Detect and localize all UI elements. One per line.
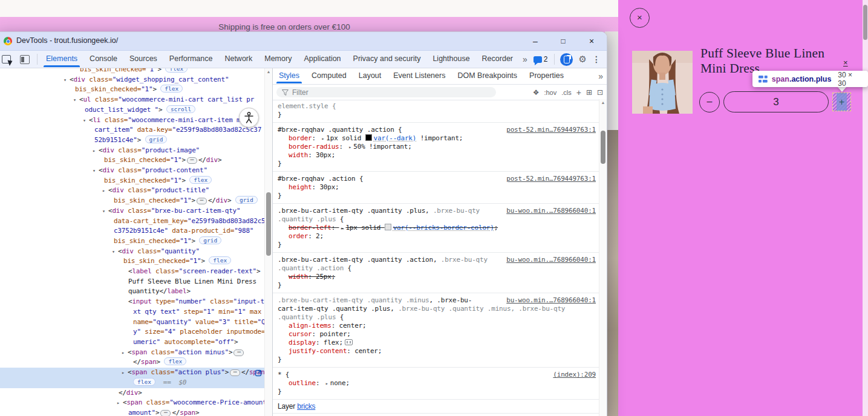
css-rule[interactable]: * {frontend-li…768967626:1 [273, 414, 599, 416]
drawer-close-button[interactable]: × [630, 8, 650, 28]
element-state-layers-icon[interactable]: ❖ [533, 88, 540, 97]
css-property[interactable]: border: ▸1px solid var(--dark) !importan… [278, 134, 597, 143]
elements-scrollbar[interactable]: ▲ [264, 68, 272, 416]
flex-badge[interactable]: flex [209, 256, 231, 264]
elements-tree-row[interactable]: <input type="number" class="input-te [0, 297, 272, 307]
elements-tree-row[interactable]: <label class="screen-reader-text"> [0, 267, 272, 277]
css-property[interactable]: cursor: pointer; [278, 330, 597, 339]
elements-tree-row[interactable]: ▸<div class="product-title" [0, 186, 272, 196]
elements-tree-row[interactable]: ▾<div class="product-content" [0, 166, 272, 176]
elements-tree-row[interactable]: bis_skin_checked="1">⋯</div> [0, 155, 272, 166]
quantity-plus-button-highlighted[interactable]: + [832, 93, 851, 111]
elements-tree-row[interactable]: ▾<div class="brxe-bu-cart-item-qty" [0, 206, 272, 216]
scroll-up-arrow[interactable]: ▲ [265, 70, 272, 74]
expand-value-arrow-icon[interactable]: ▸ [348, 144, 351, 150]
css-property[interactable]: align-items: center; [278, 322, 597, 330]
device-toolbar-icon[interactable] [20, 55, 30, 64]
elements-tree-row[interactable]: bis_skin_checked="1"> flex [0, 85, 272, 95]
sidebar-tab-layout[interactable]: Layout [353, 68, 388, 83]
styles-scrollbar-thumb[interactable] [601, 131, 605, 164]
elements-tree-row[interactable]: flex == $0 [0, 378, 272, 388]
css-rule[interactable]: .brxe-bu-cart-item-qty .quantity .minus,… [273, 293, 599, 368]
expand-arrow-icon[interactable]: ▾ [93, 166, 99, 176]
issues-icon[interactable] [534, 56, 542, 63]
stylesheet-source-link[interactable]: post-52.min…769449763:1 [506, 126, 596, 134]
css-property[interactable]: order: 2; [278, 232, 597, 241]
collapsed-content-icon[interactable]: ⋯ [187, 157, 197, 164]
expand-arrow-icon[interactable]: ▾ [64, 75, 70, 85]
window-close-button[interactable]: × [581, 32, 602, 50]
stylesheet-source-link[interactable]: bu-woo.min.…768966040:1 [506, 296, 596, 304]
elements-scrollbar-thumb[interactable] [266, 192, 271, 256]
sidebar-tab-computed[interactable]: Computed [305, 68, 353, 83]
expand-arrow-icon[interactable]: ▾ [83, 115, 89, 126]
expand-arrow-icon[interactable]: ▸ [117, 398, 123, 408]
expand-arrow-icon[interactable]: ▾ [112, 247, 118, 257]
expand-arrow-icon[interactable]: ▾ [73, 95, 79, 105]
elements-tree-row[interactable]: y" size="4" placeholder inputmode="n [0, 327, 272, 337]
page-scrollbar[interactable] [863, 0, 868, 416]
window-maximize-button[interactable]: □ [553, 32, 573, 50]
devtools-titlebar[interactable]: DevTools - trout.fusiongeek.io/ – □ × [0, 32, 607, 51]
css-rule[interactable]: .brxe-bu-cart-item-qty .quantity .action… [273, 253, 599, 293]
expand-arrow-icon[interactable]: ▾ [102, 206, 108, 216]
quantity-input[interactable]: 3 [723, 91, 829, 112]
devtools-tab-network[interactable]: Network [218, 51, 258, 67]
elements-tree-row[interactable]: quantity</label> [0, 287, 272, 297]
css-property[interactable]: justify-content: center; [278, 347, 597, 356]
css-rule[interactable]: #brxe-rqqhav .quantity .action {post-52.… [273, 123, 599, 172]
color-swatch-dark[interactable] [365, 134, 372, 141]
css-property[interactable]: width: 30px; [278, 151, 597, 160]
elements-tree-row[interactable]: </div> [0, 388, 272, 398]
page-scrollbar-thumb[interactable] [863, 5, 867, 40]
more-sidebar-tabs-icon[interactable]: » [595, 71, 607, 81]
collapsed-content-icon[interactable]: ⋯ [160, 410, 171, 416]
inspect-element-icon[interactable] [2, 55, 11, 63]
elements-tree-row[interactable]: ▾<div class="widget_shopping_cart_conten… [0, 75, 272, 85]
elements-tree-row[interactable]: ▾<li class="woocommerce-mini-cart-item m… [0, 115, 272, 126]
collapsed-content-icon[interactable]: ⋯ [233, 349, 244, 356]
grid-badge[interactable]: grid [235, 196, 258, 204]
css-property[interactable]: height: 30px; [278, 183, 597, 192]
css-property[interactable]: display: flex; [278, 339, 597, 347]
elements-tree-row[interactable]: ▸<div class="product-image" [0, 146, 272, 156]
stylesheet-source-link[interactable]: bu-woo.min.…768966040:1 [506, 207, 596, 215]
elements-tree-row[interactable]: ▸<span class="woocommerce-Price-amount [0, 398, 272, 408]
devtools-tab-sources[interactable]: Sources [123, 51, 163, 67]
elements-tree-row[interactable]: amount">⋯</span> [0, 408, 272, 416]
elements-tree-row[interactable]: bis_skin_checked="1"> grid [0, 236, 272, 247]
devtools-menu-icon[interactable]: ⋮ [590, 54, 605, 64]
expand-arrow-icon[interactable]: ▸ [93, 146, 99, 156]
sidebar-tab-event-listeners[interactable]: Event Listeners [387, 68, 451, 83]
window-minimize-button[interactable]: – [525, 32, 546, 50]
css-property[interactable]: outline: ▸none; [278, 379, 597, 388]
css-property[interactable]: width: 25px; [278, 273, 597, 281]
scroll-badge[interactable]: scroll [166, 105, 195, 113]
flex-badge[interactable]: flex [164, 357, 186, 365]
expand-arrow-icon[interactable]: ▸ [122, 368, 128, 378]
flex-badge[interactable]: flex [189, 176, 212, 184]
sidebar-tab-properties[interactable]: Properties [523, 68, 570, 83]
stylesheet-source-link[interactable]: post-52.min…769449763:1 [506, 175, 596, 183]
devtools-tab-lighthouse[interactable]: Lighthouse [426, 51, 475, 67]
devtools-tab-console[interactable]: Console [83, 51, 123, 67]
elements-tree-row[interactable]: bis_skin_checked="1"> flex [0, 256, 272, 267]
devtools-tab-performance[interactable]: Performance [163, 51, 219, 67]
expand-arrow-icon[interactable]: ▸ [102, 186, 108, 196]
stylesheet-source-link[interactable]: (index):209 [553, 371, 596, 379]
elements-tree-row[interactable]: name="quantity" value="3" title="Qt [0, 317, 272, 328]
elements-tree-row[interactable]: cart_item" data-key="e259f9a8bd803ad82c5… [0, 125, 272, 135]
elements-tree-row[interactable]: </span> flex [0, 357, 272, 368]
elements-tree-row[interactable]: oduct_list_widget "> scroll [0, 105, 272, 115]
elements-tree-row[interactable]: ▾<ul class="woocommerce-mini-cart cart_l… [0, 95, 272, 105]
elements-tree-row[interactable]: data-cart_item_key="e259f9a8bd803ad82c5 [0, 216, 272, 227]
elements-tree-row[interactable]: ▾<div class="quantity" [0, 247, 272, 257]
flex-badge[interactable]: flex [165, 68, 188, 73]
collapsed-content-icon[interactable]: ⋯ [197, 198, 207, 204]
flex-badge[interactable]: flex [160, 85, 183, 93]
elements-tree-row[interactable]: Puff Sleeve Blue Linen Mini Dress [0, 277, 272, 287]
css-rule[interactable]: .brxe-bu-cart-item-qty .quantity .plus, … [273, 204, 599, 253]
grid-badge[interactable]: grid [145, 135, 168, 143]
devtools-tab-application[interactable]: Application [298, 51, 347, 67]
elements-tree-row[interactable]: bis_skin_checked="1">⋯</div> grid [0, 196, 272, 206]
